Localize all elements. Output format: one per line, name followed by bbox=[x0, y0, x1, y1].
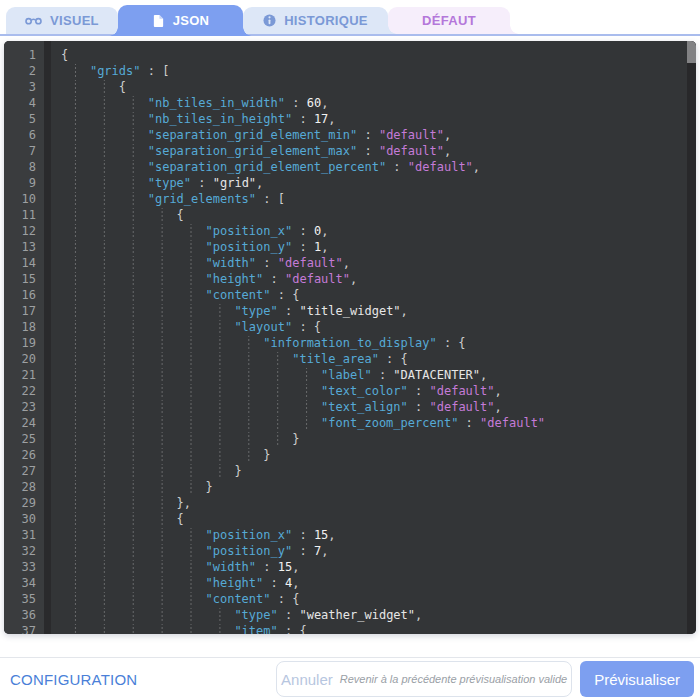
line-number: 17 bbox=[4, 303, 36, 319]
token-punctuation: : bbox=[357, 128, 379, 142]
line-number: 4 bbox=[4, 95, 36, 111]
line-number: 29 bbox=[4, 495, 36, 511]
token-punctuation: , bbox=[473, 160, 480, 174]
code-line: "text_align" : "default", bbox=[61, 399, 684, 415]
token-punctuation: : bbox=[408, 400, 430, 414]
token-punctuation: { bbox=[177, 208, 184, 222]
line-number: 3 bbox=[4, 79, 36, 95]
token-key: "type" bbox=[234, 304, 277, 318]
tab-dfaut[interactable]: DÉFAUT bbox=[388, 7, 510, 34]
tab-json[interactable]: JSON bbox=[118, 5, 243, 36]
line-number: 32 bbox=[4, 543, 36, 559]
scrollbar-thumb[interactable] bbox=[687, 41, 696, 63]
cancel-hint: Revenir à la précédente prévisualisation… bbox=[340, 673, 567, 685]
tab-label: DÉFAUT bbox=[422, 13, 476, 28]
token-punctuation: } bbox=[206, 480, 213, 494]
editor-vertical-scrollbar[interactable] bbox=[687, 41, 696, 634]
token-punctuation: { bbox=[177, 512, 184, 526]
token-punctuation: , bbox=[480, 368, 487, 382]
line-number: 25 bbox=[4, 431, 36, 447]
editor-code[interactable]: { "grids" : [ { "nb_tiles_in_width" : 60… bbox=[51, 41, 696, 634]
code-line: "title_area" : { bbox=[61, 351, 684, 367]
code-line: "type" : "grid", bbox=[61, 175, 684, 191]
indent-guides bbox=[61, 240, 206, 254]
token-punctuation: : bbox=[292, 224, 314, 238]
indent-guides bbox=[61, 64, 90, 78]
token-punctuation: : bbox=[263, 576, 285, 590]
line-number: 33 bbox=[4, 559, 36, 575]
token-punctuation: : { bbox=[379, 352, 408, 366]
indent-guides bbox=[61, 368, 321, 382]
token-number: 15 bbox=[314, 528, 328, 542]
code-line: "position_x" : 0, bbox=[61, 223, 684, 239]
code-line: "separation_grid_element_min" : "default… bbox=[61, 127, 684, 143]
code-line: "grid_elements" : [ bbox=[61, 191, 684, 207]
line-number: 23 bbox=[4, 399, 36, 415]
code-line: "layout" : { bbox=[61, 319, 684, 335]
indent-guides bbox=[61, 480, 206, 494]
token-punctuation: : bbox=[263, 272, 285, 286]
token-string: "weather_widget" bbox=[299, 608, 415, 622]
code-line: "separation_grid_element_max" : "default… bbox=[61, 143, 684, 159]
indent-guides bbox=[61, 80, 119, 94]
code-line: "label" : "DATACENTER", bbox=[61, 367, 684, 383]
indent-guides bbox=[61, 576, 206, 590]
token-punctuation: : bbox=[292, 240, 314, 254]
token-key: "separation_grid_element_min" bbox=[148, 128, 358, 142]
gutter-divider bbox=[44, 41, 51, 634]
indent-guides bbox=[61, 128, 148, 142]
code-line: "height" : "default", bbox=[61, 271, 684, 287]
indent-guides bbox=[61, 256, 206, 270]
code-line: } bbox=[61, 431, 684, 447]
line-number: 30 bbox=[4, 511, 36, 527]
line-number: 8 bbox=[4, 159, 36, 175]
token-punctuation: , bbox=[444, 128, 451, 142]
cancel-button[interactable]: Annuler Revenir à la précédente prévisua… bbox=[276, 661, 572, 697]
token-punctuation: : bbox=[278, 304, 300, 318]
line-number: 12 bbox=[4, 223, 36, 239]
info-icon bbox=[263, 14, 276, 27]
indent-guides bbox=[61, 272, 206, 286]
line-number: 22 bbox=[4, 383, 36, 399]
code-line: "content" : { bbox=[61, 591, 684, 607]
line-number: 26 bbox=[4, 447, 36, 463]
tab-historique[interactable]: HISTORIQUE bbox=[243, 7, 388, 34]
token-key: "separation_grid_element_max" bbox=[148, 144, 358, 158]
token-punctuation: , bbox=[495, 384, 502, 398]
token-punctuation: : bbox=[458, 416, 480, 430]
line-number: 11 bbox=[4, 207, 36, 223]
tab-label: JSON bbox=[173, 13, 210, 28]
editor-gutter: 1234567891011121314151617181920212223242… bbox=[4, 41, 44, 634]
line-number: 15 bbox=[4, 271, 36, 287]
code-line: { bbox=[61, 79, 684, 95]
token-punctuation: , bbox=[495, 400, 502, 414]
indent-guides bbox=[61, 608, 234, 622]
code-line: "nb_tiles_in_height" : 17, bbox=[61, 111, 684, 127]
tab-visuel[interactable]: VISUEL bbox=[6, 7, 118, 34]
line-number: 6 bbox=[4, 127, 36, 143]
token-key: "grid_elements" bbox=[148, 192, 256, 206]
glasses-icon bbox=[25, 16, 42, 26]
indent-guides bbox=[61, 144, 148, 158]
token-punctuation: : bbox=[386, 160, 408, 174]
token-punctuation: : [ bbox=[256, 192, 285, 206]
configuration-label: CONFIGURATION bbox=[10, 671, 137, 688]
indent-guides bbox=[61, 528, 206, 542]
token-punctuation: , bbox=[415, 608, 422, 622]
indent-guides bbox=[61, 352, 292, 366]
line-number: 16 bbox=[4, 287, 36, 303]
token-punctuation: { bbox=[61, 48, 68, 62]
indent-guides bbox=[61, 224, 206, 238]
tab-label: HISTORIQUE bbox=[284, 13, 368, 28]
code-line: "height" : 4, bbox=[61, 575, 684, 591]
indent-guides bbox=[61, 448, 263, 462]
token-key: "position_x" bbox=[206, 528, 293, 542]
token-key: "grids" bbox=[90, 64, 141, 78]
preview-button[interactable]: Prévisualiser bbox=[580, 661, 694, 697]
token-default-keyword: "default" bbox=[408, 160, 473, 174]
line-number: 27 bbox=[4, 463, 36, 479]
code-line: "position_y" : 7, bbox=[61, 543, 684, 559]
cancel-label: Annuler bbox=[281, 671, 333, 688]
token-key: "font_zoom_percent" bbox=[321, 416, 458, 430]
code-line: } bbox=[61, 479, 684, 495]
